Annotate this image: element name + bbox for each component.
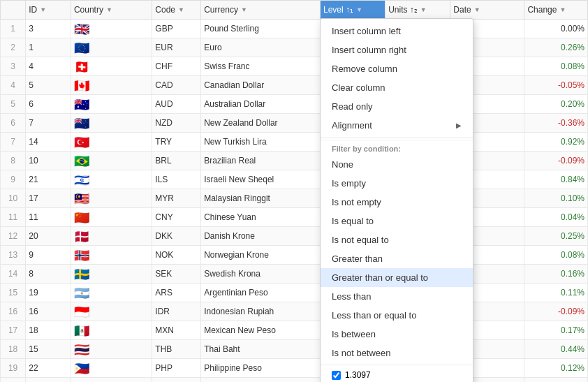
table-row: 10 17 🇲🇾 MYR Malaysian Ringgit 4.09 0.10… — [1, 189, 588, 208]
cell-code: IDR — [152, 302, 201, 321]
filter-is-not-empty[interactable]: Is not empty — [321, 193, 473, 212]
table-row: 17 18 🇲🇽 MXN Mexican New Peso 16.43 0.17… — [1, 321, 588, 340]
cell-change: 0.16% — [524, 265, 588, 284]
menu-divider-1 — [321, 137, 473, 138]
table-row: 11 11 🇨🇳 CNY Chinese Yuan 6.39 0.04% — [1, 208, 588, 227]
cell-country: 🇨🇳 — [71, 208, 152, 227]
col-header-code[interactable]: Code ▼ — [152, 1, 201, 20]
currency-filter-icon[interactable]: ▼ — [241, 6, 247, 13]
cell-country: 🇦🇷 — [71, 284, 152, 302]
filter-is-between[interactable]: Is between — [321, 325, 473, 344]
cell-code: MXN — [152, 321, 201, 340]
cell-currency: Indian Rupee — [201, 378, 321, 383]
filter-none[interactable]: None — [321, 155, 473, 174]
table-row: 14 8 🇸🇪 SEK Swedish Krona 8.52 0.16% — [1, 265, 588, 284]
col-header-currency[interactable]: Currency ▼ — [201, 1, 321, 20]
cell-rownum: 10 — [1, 189, 26, 208]
table-container: ID ▼ Country ▼ Code ▼ — [0, 0, 588, 382]
flag-icon: 🇹🇭 — [74, 344, 91, 355]
cell-country: 🇹🇷 — [71, 133, 152, 152]
cell-currency: New Turkish Lira — [201, 133, 321, 152]
filter-checkbox[interactable] — [332, 371, 341, 380]
filter-footer-value: 1.3097 — [345, 370, 371, 380]
cell-country: 🇬🇧 — [71, 20, 152, 38]
filter-footer[interactable]: 1.3097 — [321, 367, 473, 382]
cell-code: ILS — [152, 170, 201, 189]
table-row: 20 13 🇮🇳 INR Indian Rupee 65.37 0.26% — [1, 378, 588, 383]
cell-id: 15 — [26, 340, 71, 359]
menu-remove-col[interactable]: Remove column — [321, 59, 473, 78]
table-row: 5 6 🇦🇺 AUD Australian Dollar 1.35 0.20% — [1, 95, 588, 114]
cell-currency: Malaysian Ringgit — [201, 189, 321, 208]
cell-change: -0.09% — [524, 152, 588, 170]
cell-code: CAD — [152, 76, 201, 95]
cell-country: 🇳🇿 — [71, 114, 152, 133]
cell-id: 9 — [26, 246, 71, 265]
menu-clear-col[interactable]: Clear column — [321, 78, 473, 97]
cell-rownum: 20 — [1, 378, 26, 383]
flag-icon: 🇬🇧 — [74, 23, 91, 34]
col-header-id[interactable]: ID ▼ — [26, 1, 71, 20]
filter-is-not-between[interactable]: Is not between — [321, 344, 473, 362]
cell-currency: Philippine Peso — [201, 359, 321, 378]
cell-country: 🇮🇳 — [71, 378, 152, 383]
col-header-change[interactable]: Change ▼ — [524, 1, 588, 20]
date-filter-icon[interactable]: ▼ — [474, 6, 480, 13]
cell-change: 0.92% — [524, 133, 588, 152]
col-header-date[interactable]: Date ▼ — [450, 1, 524, 20]
data-table: ID ▼ Country ▼ Code ▼ — [0, 0, 588, 382]
cell-id: 20 — [26, 227, 71, 246]
cell-id: 8 — [26, 265, 71, 284]
cell-code: SEK — [152, 265, 201, 284]
cell-change: 0.08% — [524, 246, 588, 265]
flag-icon: 🇸🇪 — [74, 268, 91, 279]
code-filter-icon[interactable]: ▼ — [178, 6, 184, 13]
cell-country: 🇨🇭 — [71, 57, 152, 76]
change-filter-icon[interactable]: ▼ — [559, 6, 566, 13]
units-filter-icon[interactable]: ▼ — [420, 6, 427, 13]
cell-code: NZD — [152, 114, 201, 133]
cell-code: AUD — [152, 95, 201, 114]
cell-change: 0.11% — [524, 284, 588, 302]
menu-insert-col-right[interactable]: Insert column right — [321, 41, 473, 59]
cell-change: -0.09% — [524, 302, 588, 321]
table-row: 1 3 🇬🇧 GBP Pound Sterling 0.63 0.00% — [1, 20, 588, 38]
cell-change: 0.12% — [524, 359, 588, 378]
menu-alignment[interactable]: Alignment ▶ — [321, 116, 473, 135]
cell-id: 1 — [26, 38, 71, 57]
cell-change: -0.05% — [524, 76, 588, 95]
table-row: 9 21 🇮🇱 ILS Israeli New Sheqel 3.82 0.84… — [1, 170, 588, 189]
table-header-row: ID ▼ Country ▼ Code ▼ — [1, 1, 588, 20]
table-row: 19 22 🇵🇭 PHP Philippine Peso 46.31 0.12% — [1, 359, 588, 378]
cell-currency: Swedish Krona — [201, 265, 321, 284]
col-header-level[interactable]: Level ↑₁ ▼ — [320, 1, 385, 20]
filter-less-than-or-equal[interactable]: Less than or equal to — [321, 306, 473, 325]
cell-rownum: 19 — [1, 359, 26, 378]
cell-code: CNY — [152, 208, 201, 227]
flag-icon: 🇦🇺 — [74, 98, 91, 110]
filter-is-equal-to[interactable]: Is equal to — [321, 212, 473, 230]
cell-id: 13 — [26, 378, 71, 383]
menu-insert-col-left[interactable]: Insert column left — [321, 22, 473, 41]
cell-change: 0.17% — [524, 321, 588, 340]
context-menu: Insert column left Insert column right R… — [320, 18, 473, 382]
level-filter-icon[interactable]: ▼ — [356, 6, 362, 13]
filter-is-not-equal-to[interactable]: Is not equal to — [321, 230, 473, 249]
filter-is-empty[interactable]: Is empty — [321, 174, 473, 193]
table-row: 16 16 🇮🇩 IDR Indonesian Rupiah 13.83 -0.… — [1, 302, 588, 321]
flag-icon: 🇨🇳 — [74, 212, 91, 223]
cell-code: TRY — [152, 133, 201, 152]
cell-change: 0.25% — [524, 227, 588, 246]
col-header-units[interactable]: Units ↑₂ ▼ — [385, 1, 450, 20]
cell-rownum: 4 — [1, 76, 26, 95]
menu-read-only[interactable]: Read only — [321, 97, 473, 116]
filter-greater-than-or-equal[interactable]: Greater than or equal to — [321, 268, 473, 287]
country-filter-icon[interactable]: ▼ — [106, 6, 112, 13]
filter-less-than[interactable]: Less than — [321, 287, 473, 306]
cell-currency: Israeli New Sheqel — [201, 170, 321, 189]
col-header-country[interactable]: Country ▼ — [71, 1, 152, 20]
id-filter-icon[interactable]: ▼ — [40, 6, 46, 13]
cell-currency: Norwegian Krone — [201, 246, 321, 265]
flag-icon: 🇮🇩 — [74, 306, 91, 317]
filter-greater-than[interactable]: Greater than — [321, 249, 473, 268]
